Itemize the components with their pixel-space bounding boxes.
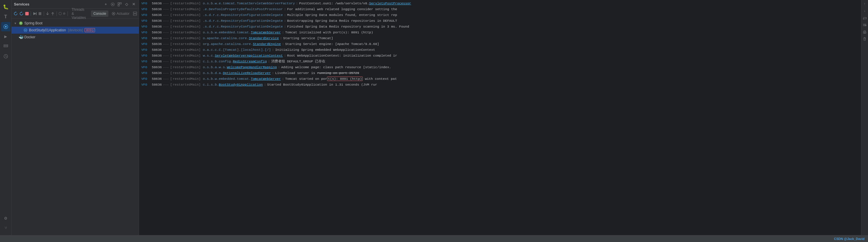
log-line: VFO 58636 --- [ restartedMain] .s.d.r.c.… [139, 12, 860, 18]
log-line: VFO 58636 --- [ restartedMain] o.s.b.d.a… [139, 70, 860, 76]
tab-actuator[interactable]: Actuator [110, 10, 132, 17]
toolbar-layout-btn[interactable] [133, 11, 137, 17]
sidebar-expand-btn[interactable] [117, 1, 123, 7]
tab-console[interactable]: Console [91, 10, 108, 17]
bootstudy-port[interactable]: :8091/ [85, 28, 95, 32]
icon-bar-btn-clock[interactable] [1, 52, 10, 61]
icon-bar-btn-layers[interactable] [1, 42, 10, 51]
toolbar-down-btn[interactable] [45, 11, 50, 17]
svg-rect-8 [120, 3, 121, 4]
tree-item-bootstudy[interactable]: BootStudy01Application [devtools] :8091/ [11, 27, 139, 34]
svg-rect-9 [118, 5, 119, 6]
sidebar-actions: + [103, 1, 136, 7]
svg-point-17 [113, 13, 114, 14]
toolbar-stop-btn[interactable] [25, 11, 29, 17]
svg-rect-7 [118, 3, 119, 4]
sidebar-close-btn[interactable]: ✕ [131, 1, 136, 7]
gutter-align[interactable] [862, 22, 868, 28]
icon-bar-btn-settings[interactable]: ⚙ [1, 214, 10, 223]
log-line: VFO 58636 --- [ restartedMain] o.s.b.w.e… [139, 1, 860, 6]
icon-bar-btn-services[interactable] [1, 22, 10, 31]
icon-bar: 🐛 T ▶ ⚙ [0, 0, 11, 235]
toolbar-up-btn[interactable] [51, 11, 55, 17]
svg-rect-2 [4, 45, 8, 46]
docker-label: Docker [24, 35, 35, 39]
log-line: VFO 58636 --- [ restartedMain] .e.DevToo… [139, 6, 860, 12]
bootstudy-icon [23, 28, 28, 32]
svg-rect-19 [133, 14, 137, 16]
log-line: VFO 58636 --- [ restartedMain] .s.d.r.c.… [139, 24, 860, 30]
toolbar-rerun2-btn[interactable] [19, 11, 24, 17]
log-line: VFO 58636 --- [ restartedMain] c.i.s.b.c… [139, 59, 860, 64]
toolbar-pause-btn[interactable] [38, 11, 42, 17]
sidebar-title: Services [14, 2, 30, 6]
log-line: VFO 58636 --- [ restartedMain] org.apach… [139, 41, 860, 47]
console-area[interactable]: VFO 58636 --- [ restartedMain] o.s.b.w.e… [139, 0, 868, 235]
sidebar-sort-btn[interactable]: ◇ [124, 1, 129, 7]
right-gutter: ↑ ↓ [861, 0, 868, 235]
sidebar-tree: ▼ Spring Boot [11, 19, 139, 235]
docker-icon: 🐳 [19, 35, 23, 39]
gutter-print[interactable] [862, 29, 868, 35]
sidebar-add-btn[interactable]: + [103, 1, 108, 7]
gutter-scroll-bottom[interactable]: ↓ [862, 8, 868, 14]
log-line: VFO 58636 --- [ restartedMain] o.s.b.a.w… [139, 64, 860, 70]
sidebar-view-btn[interactable] [110, 1, 116, 7]
toolbar-link-btn[interactable]: ⬡ [59, 11, 62, 17]
toolbar-resume-btn[interactable] [33, 11, 37, 17]
svg-rect-10 [25, 12, 29, 16]
bootstudy-label: BootStudy01Application [devtools] :8091/ [29, 28, 95, 32]
gutter-scroll-top[interactable]: ↑ [862, 1, 868, 7]
tree-item-docker[interactable]: 🐳 Docker [11, 34, 139, 41]
bootstudy-tag: [devtools] [68, 28, 83, 32]
log-line: VFO 58636 --- [ restartedMain] o.a.c.c.C… [139, 47, 860, 53]
springboot-label: Spring Boot [24, 21, 42, 25]
status-bar: CSDN @Jack_David [0, 235, 868, 242]
svg-point-1 [5, 26, 7, 28]
springboot-icon [19, 21, 23, 26]
icon-bar-btn-run[interactable]: ▶ [1, 32, 10, 41]
log-line: VFO 58636 --- [ restartedMain] o.s.b.w.e… [139, 76, 860, 82]
svg-point-6 [112, 4, 113, 5]
svg-rect-12 [39, 12, 40, 15]
svg-rect-26 [864, 32, 865, 33]
status-brand: CSDN @Jack_David [834, 237, 865, 241]
springboot-arrow: ▼ [14, 22, 18, 25]
log-line: VFO 58636 --- [ restartedMain] .s.d.r.c.… [139, 18, 860, 24]
icon-bar-btn-git[interactable]: ⑂ [1, 223, 10, 233]
log-line: VFO 58636 --- [ restartedMain] w.s.c.Ser… [139, 53, 860, 59]
gutter-delete[interactable] [862, 36, 868, 42]
log-line: VFO 58636 --- [ restartedMain] c.i.s.b.B… [139, 82, 860, 88]
toolbar-rerun-btn[interactable] [13, 11, 18, 17]
log-line: VFO 58636 --- [ restartedMain] o.s.b.w.e… [139, 30, 860, 35]
svg-rect-18 [133, 12, 137, 14]
toolbar-clear-btn[interactable]: ⊘ [63, 11, 66, 17]
gutter-soft-wrap[interactable] [862, 15, 868, 21]
icon-bar-btn-text[interactable]: T [1, 12, 10, 22]
log-line: VFO 58636 --- [ restartedMain] o.apache.… [139, 35, 860, 41]
tree-item-springboot[interactable]: ▼ Spring Boot [11, 20, 139, 27]
svg-rect-13 [40, 12, 41, 15]
svg-rect-3 [4, 46, 8, 47]
icon-bar-btn-bug[interactable]: 🐛 [1, 2, 10, 11]
